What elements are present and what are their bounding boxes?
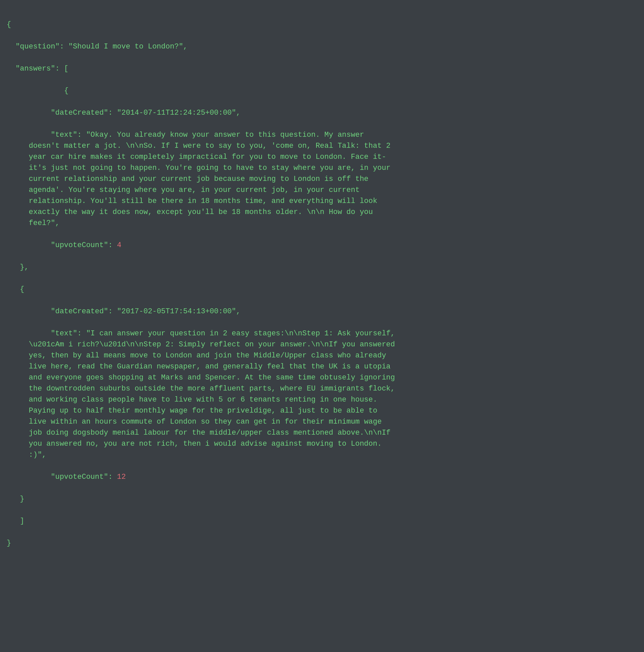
answer1-datecreated-key: "dateCreated": [51, 109, 108, 117]
line-open-brace: {: [7, 19, 637, 30]
line-answer2-datecreated-key: "dateCreated": "2017-02-05T17:54:13+00:0…: [29, 306, 637, 317]
line-answer1-text: "text": "Okay. You already know your ans…: [29, 129, 637, 229]
line-answer1-upvote: "upvoteCount": 4: [29, 240, 637, 251]
line-question-key: "question": "Should I move to London?",: [11, 41, 637, 52]
line-answer2-upvote: "upvoteCount": 12: [29, 471, 637, 483]
line-answer2-open: {: [11, 284, 637, 295]
answer1-datecreated-value: "2014-07-11T12:24:25+00:00": [117, 109, 236, 117]
line-answer1-datecreated-key: "dateCreated": "2014-07-11T12:24:25+00:0…: [29, 107, 637, 118]
answer2-upvotecount-key: "upvoteCount": [51, 473, 108, 481]
answer1-text-key: "text": [51, 131, 77, 139]
answer2-text-key: "text": [51, 329, 77, 338]
line-answer1-close: },: [11, 262, 637, 273]
line-answer2-text: "text": "I can answer your question in 2…: [29, 328, 637, 460]
line-close-brace: }: [7, 538, 637, 549]
line-answer1-open: {: [29, 85, 637, 96]
line-answers-key: "answers": [: [11, 63, 637, 74]
answer2-datecreated-value: "2017-02-05T17:54:13+00:00": [117, 307, 236, 316]
answers-key: "answers": [16, 64, 55, 73]
question-key: "question": [16, 43, 59, 51]
line-array-close: ]: [11, 516, 637, 526]
answer2-upvotecount-value: 12: [117, 473, 125, 481]
line-answer2-close: }: [11, 493, 637, 505]
answer1-upvotecount-value: 4: [117, 241, 121, 249]
answer1-upvotecount-key: "upvoteCount": [51, 241, 108, 249]
answer1-text-value: "Okay. You already know your answer to t…: [29, 131, 391, 227]
answer2-text-value: "I can answer your question in 2 easy st…: [29, 329, 395, 459]
json-viewer: { "question": "Should I move to London?"…: [7, 8, 637, 560]
question-value: "Should I move to London?": [68, 43, 183, 51]
answer2-datecreated-key: "dateCreated": [51, 307, 108, 316]
